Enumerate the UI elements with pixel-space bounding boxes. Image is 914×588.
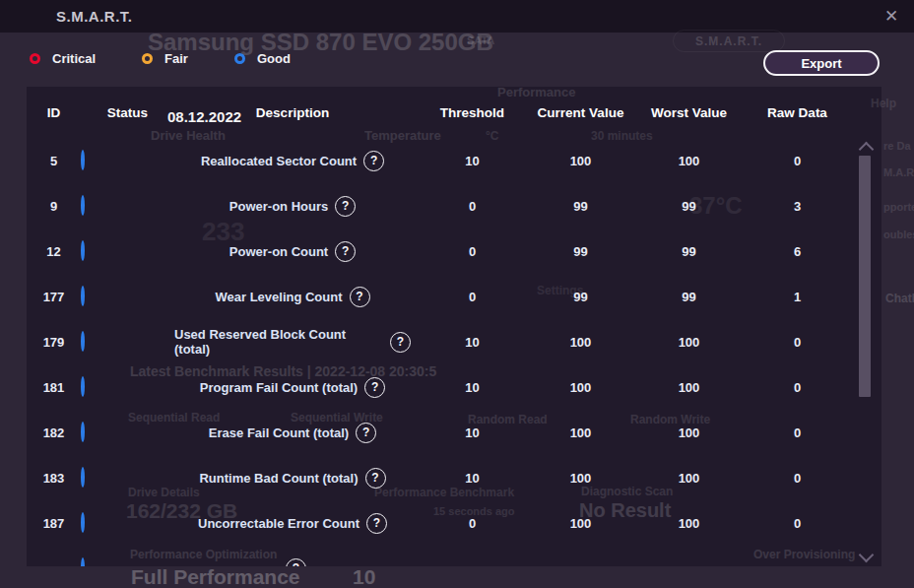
description-label: Runtime Bad Count (total) <box>199 471 358 486</box>
cell-worst-value: 99 <box>627 290 751 304</box>
background-bleed-text: oubles <box>883 229 914 240</box>
status-good-icon <box>81 422 85 442</box>
header-cell-status: Status <box>81 105 174 120</box>
help-icon[interactable]: ? <box>335 241 356 262</box>
help-icon[interactable]: ? <box>366 513 387 534</box>
cell-worst-value: 100 <box>627 471 751 486</box>
cell-id: 181 <box>27 380 81 395</box>
cell-description: Used Reserved Block Count (total) ? <box>174 327 411 357</box>
background-bleed-text: pporte <box>883 201 914 213</box>
cell-status <box>81 288 174 305</box>
background-bleed-text: re Da <box>883 140 911 152</box>
status-good-icon <box>81 240 85 261</box>
cell-current-value: 100 <box>534 154 627 168</box>
cell-description: Erase Fail Count (total) ? <box>174 423 411 443</box>
table-row: 187 Uncorrectable Error Count ? 0 100 10… <box>27 500 881 546</box>
cell-description: Power-on Hours ? <box>174 196 411 217</box>
help-icon[interactable]: ? <box>365 468 386 489</box>
legend-ring-icon <box>30 53 40 64</box>
cell-worst-value: 100 <box>627 380 751 395</box>
cell-current-value: 99 <box>534 199 627 214</box>
cell-raw-data: 0 <box>751 516 844 531</box>
cell-threshold: 10 <box>411 380 534 395</box>
table-row: 181 Program Fail Count (total) ? 10 100 … <box>27 364 881 410</box>
cell-status <box>81 559 174 566</box>
cell-status <box>81 333 174 351</box>
cell-worst-value: 99 <box>627 199 751 214</box>
help-icon[interactable]: ? <box>335 196 356 217</box>
cell-id: 177 <box>27 290 81 304</box>
help-icon[interactable]: ? <box>364 377 385 398</box>
description-label: Erase Fail Count (total) <box>209 425 349 440</box>
cell-raw-data: 0 <box>751 425 844 440</box>
smart-attributes-table: IDStatusDescriptionThresholdCurrent Valu… <box>27 87 881 566</box>
cell-id: 9 <box>27 199 81 214</box>
cell-id: 12 <box>27 244 81 259</box>
background-bleed-text: 10 <box>353 565 375 588</box>
cell-raw-data: 0 <box>751 380 844 395</box>
background-bleed-text: SATA <box>467 34 494 46</box>
cell-id: 179 <box>27 335 81 350</box>
table-row: 182 Erase Fail Count (total) ? 10 100 10… <box>27 410 881 455</box>
description-label: Wear Leveling Count <box>215 290 342 304</box>
cell-status <box>81 514 174 532</box>
cell-current-value: 100 <box>534 425 627 440</box>
cell-threshold: 10 <box>411 154 534 168</box>
cell-description: Runtime Bad Count (total) ? <box>174 468 411 489</box>
cell-threshold: 10 <box>411 471 534 486</box>
cell-description: Wear Leveling Count ? <box>174 287 411 307</box>
cell-status <box>81 152 174 169</box>
cell-status <box>81 242 174 260</box>
status-good-icon <box>81 557 85 566</box>
cell-status <box>81 424 174 441</box>
cell-worst-value: 100 <box>627 335 751 350</box>
status-legend: CriticalFairGood <box>30 51 291 66</box>
status-good-icon <box>81 467 85 488</box>
status-good-icon <box>81 150 85 170</box>
description-label: Power-on Count <box>229 244 328 259</box>
cell-current-value: 99 <box>534 244 627 259</box>
cell-description: ? <box>174 558 411 567</box>
cell-threshold: 10 <box>411 335 534 350</box>
status-good-icon <box>81 286 85 306</box>
table-row: ? <box>27 546 881 566</box>
header-cell-id: ID <box>27 105 81 120</box>
status-good-icon <box>81 376 85 397</box>
cell-current-value: 99 <box>534 290 627 304</box>
help-icon[interactable]: ? <box>350 287 370 307</box>
cell-status <box>81 469 174 487</box>
cell-threshold: 10 <box>411 425 534 440</box>
header-cell-description: Description <box>174 105 411 120</box>
table-row: 179 Used Reserved Block Count (total) ? … <box>27 319 881 364</box>
help-icon[interactable]: ? <box>286 558 306 567</box>
cell-threshold: 0 <box>411 199 534 214</box>
description-label: Reallocated Sector Count <box>201 154 357 168</box>
background-bleed-text: Full Performance <box>131 565 300 588</box>
legend-label: Fair <box>164 51 188 66</box>
table-row: 5 Reallocated Sector Count ? 10 100 100 … <box>27 138 881 183</box>
cell-raw-data: 0 <box>751 471 844 486</box>
scrollbar-thumb[interactable] <box>859 156 871 397</box>
background-bleed-text: M.A.R <box>883 166 914 178</box>
help-icon[interactable]: ? <box>363 151 384 171</box>
help-icon[interactable]: ? <box>390 332 411 353</box>
cell-description: Program Fail Count (total) ? <box>174 377 411 398</box>
cell-id: 5 <box>27 154 81 168</box>
status-good-icon <box>81 195 85 216</box>
export-button[interactable]: Export <box>763 50 880 76</box>
legend-ring-icon <box>142 53 153 64</box>
cell-worst-value: 100 <box>627 154 751 168</box>
cell-id: 182 <box>27 425 81 440</box>
legend-label: Critical <box>52 51 96 66</box>
table-row: 177 Wear Leveling Count ? 0 99 99 1 <box>27 274 881 319</box>
table-row: 9 Power-on Hours ? 0 99 99 3 <box>27 183 881 229</box>
close-icon[interactable]: ✕ <box>881 6 902 28</box>
description-label: Uncorrectable Error Count <box>198 516 359 531</box>
legend-item-critical: Critical <box>30 51 96 66</box>
cell-raw-data: 6 <box>751 244 844 259</box>
cell-raw-data: 3 <box>751 199 844 214</box>
header-cell-threshold: Threshold <box>411 105 534 120</box>
help-icon[interactable]: ? <box>356 423 376 443</box>
cell-current-value: 100 <box>534 380 627 395</box>
table-row: 12 Power-on Count ? 0 99 99 6 <box>27 229 881 274</box>
